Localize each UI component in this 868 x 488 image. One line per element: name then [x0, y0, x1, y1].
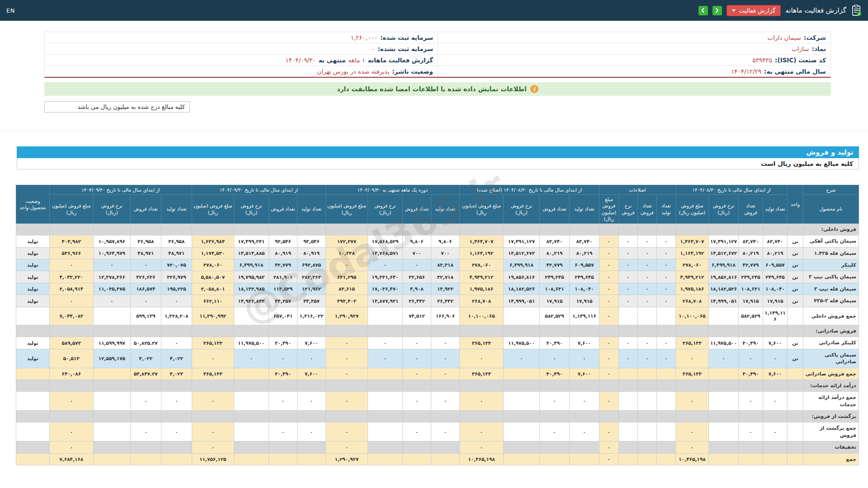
- value-cell: [269, 325, 297, 337]
- value-cell: ۰: [49, 295, 93, 307]
- value-cell: [503, 392, 539, 411]
- header-sharh: شرح: [803, 185, 859, 195]
- value-cell: ۵۸۲,۵۲۹: [539, 307, 569, 325]
- value-cell: ۰: [637, 349, 656, 368]
- value-cell: [569, 380, 599, 391]
- value-cell: [234, 411, 269, 422]
- value-cell: [368, 453, 402, 465]
- value-cell: ۰: [459, 441, 503, 453]
- value-cell: ۰: [368, 337, 402, 349]
- value-cell: ۰: [431, 422, 459, 441]
- value-cell: [402, 411, 431, 422]
- sub-column-header: نرخ فروش (ریال): [234, 195, 269, 224]
- value-cell: [431, 380, 459, 391]
- info-icon: i: [530, 85, 538, 93]
- sub-column-header: تعداد تولید: [297, 195, 326, 224]
- value-cell: ۰: [431, 349, 459, 368]
- value-cell: [539, 411, 569, 422]
- value-cell: [161, 325, 192, 337]
- value-cell: [368, 368, 402, 380]
- value-cell: ۱,۱۷۴,۵۳۰: [192, 247, 234, 259]
- value-cell: ۱۷,۹۱۵: [569, 295, 599, 307]
- value-cell: ۱۲,۳۷۸,۳۶۶: [93, 271, 130, 283]
- product-name-cell: فروش صادراتی:: [803, 325, 859, 337]
- value-cell: ۱۹۵,۲۲۵: [161, 283, 192, 295]
- value-cell: ۰: [656, 295, 675, 307]
- isic-field: کد صنعت (ISIC): ۵۳۹۴۳۵: [438, 55, 830, 66]
- value-cell: [503, 422, 539, 441]
- value-cell: ۰: [618, 259, 637, 271]
- value-cell: ۱۴,۹۲۶,۸۴۴: [234, 295, 269, 307]
- value-cell: ۰: [618, 283, 637, 295]
- value-cell: ۴,۰۴۳,۲۲۰: [49, 271, 93, 283]
- value-cell: ۸۰,۲۱۹: [569, 247, 599, 259]
- report-type-dropdown[interactable]: گزارش فعالیت: [726, 5, 781, 16]
- value-cell: ۳۰,۴۹۰: [539, 368, 569, 380]
- value-cell: ۰: [269, 392, 297, 411]
- value-cell: ۶۶۲,۱۱۰: [192, 295, 234, 307]
- value-cell: [93, 368, 130, 380]
- value-cell: ۲۸۲,۳۶۳: [297, 271, 326, 283]
- table-row: جمع درآمد ارائه خدمات۰۰۰۰۰۰۰۰۰۰۰۰۰۰۰۰: [16, 392, 859, 411]
- value-cell: ۱۸۶,۵۷۴: [130, 283, 161, 295]
- value-cell: ۱,۲۹۰,۹۲۷: [326, 453, 368, 465]
- value-cell: ۱۳,۹۲۲: [431, 283, 459, 295]
- value-cell: ۰: [637, 337, 656, 349]
- value-cell: ۱۰,۴۶۵,۱۹۸: [675, 453, 708, 465]
- nav-back-button[interactable]: [698, 6, 708, 15]
- value-cell: ۰: [599, 307, 618, 325]
- value-cell: [539, 380, 569, 391]
- symbol-field: نماد: ساراب: [438, 43, 830, 54]
- value-cell: ۳۹۳,۴۰۲: [326, 295, 368, 307]
- value-cell: ۰: [130, 295, 161, 307]
- top-bar: گزارش فعالیت ماهانه گزارش فعالیت EN: [0, 0, 868, 21]
- value-cell: ۰: [297, 349, 326, 368]
- value-cell: ۱۸,۱۸۲,۵۲۶: [503, 283, 539, 295]
- report-icon[interactable]: [851, 5, 862, 16]
- value-cell: [618, 453, 637, 465]
- value-cell: ۷۰۰: [402, 247, 431, 259]
- product-name-cell: جمع: [803, 453, 859, 465]
- status-cell: تولید: [16, 349, 49, 368]
- report-period-field: گزارش فعالیت ماهانه ۱ ماهه منتهی به ۱۴۰۴…: [45, 55, 438, 66]
- value-cell: ۱۴,۹۹۹,۰۵۱: [503, 295, 539, 307]
- nav-forward-button[interactable]: [712, 6, 722, 15]
- unit-cell: تن: [788, 295, 803, 307]
- value-cell: ۲۷۸,۰۶۰: [192, 259, 234, 271]
- value-cell: ۰: [459, 349, 503, 368]
- value-cell: [503, 411, 539, 422]
- value-cell: ۰: [49, 259, 93, 271]
- value-cell: ۴۲,۷۷۹: [539, 259, 569, 271]
- value-cell: ۰: [656, 235, 675, 247]
- language-toggle-en[interactable]: EN: [6, 7, 15, 14]
- value-cell: ۰: [539, 422, 569, 441]
- value-cell: ۱۹,۳۳۱,۶۴۰: [368, 271, 402, 283]
- value-cell: [402, 325, 431, 337]
- value-cell: ۰: [402, 349, 431, 368]
- value-cell: [656, 380, 675, 391]
- value-cell: ۰: [402, 392, 431, 411]
- value-cell: ۰: [49, 441, 93, 453]
- value-cell: ۴۴,۳۵۷: [297, 295, 326, 307]
- value-cell: ۰: [431, 392, 459, 411]
- value-cell: ۱۴,۵۱۴,۸۸۵: [234, 247, 269, 259]
- value-cell: [269, 380, 297, 391]
- company-info-table: شرکت: سیمان داراب سرمایه ثبت شده: ۱,۲۶۰,…: [44, 32, 831, 78]
- value-cell: ۰: [656, 247, 675, 259]
- status-cell: [16, 307, 49, 325]
- value-cell: ۹,۸۰۶: [402, 235, 431, 247]
- value-cell: [709, 223, 739, 235]
- value-cell: [637, 325, 656, 337]
- group-header: از ابتدای سال مالی تا تاریخ ۱۴۰۴/۰۸/۳۰ (…: [459, 185, 599, 195]
- value-cell: ۰: [326, 368, 368, 380]
- value-cell: ۲۷۸,۰۶۰: [459, 259, 503, 271]
- value-cell: ۶۵۷,۰۴۱: [269, 307, 297, 325]
- sub-column-header: مبلغ فروش (میلیون ریال): [599, 195, 618, 224]
- value-cell: [368, 411, 402, 422]
- sub-column-header: نرخ فروش (ریال): [503, 195, 539, 224]
- value-cell: [763, 411, 788, 422]
- value-cell: ۵۸۹,۵۷۳: [49, 337, 93, 349]
- value-cell: [368, 441, 402, 453]
- value-cell: [130, 380, 161, 391]
- value-cell: [599, 411, 618, 422]
